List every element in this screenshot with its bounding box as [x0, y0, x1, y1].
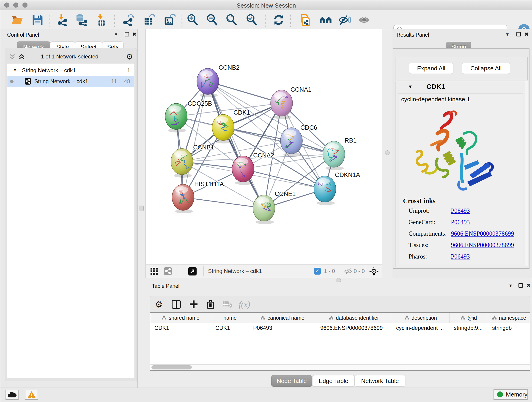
network-edge-CCNB2-HIST1H1A[interactable]	[183, 81, 208, 197]
panel-float-icon[interactable]	[516, 32, 521, 36]
import-table-file-icon[interactable]	[94, 13, 108, 27]
network-edge-HIST1H1A-CCNE1[interactable]	[183, 197, 264, 208]
table-cell: 9606.ENSP00000378699	[316, 323, 392, 333]
network-row-selected[interactable]: String Network – cdk1 11 48	[7, 76, 134, 87]
function-builder-icon[interactable]: f(x)	[239, 298, 250, 310]
entry-collapse-icon[interactable]: ▼	[408, 84, 413, 89]
control-panel: Control Panel ▾ ✖ Network Style Select S…	[0, 29, 138, 388]
delete-column-icon[interactable]	[205, 298, 216, 310]
export-image-icon[interactable]	[163, 13, 176, 27]
gear-icon[interactable]: ⚙	[126, 52, 133, 61]
cloud-icon	[7, 391, 17, 398]
network-list-container: 1 of 1 Network selected ⚙ ▼ String Netwo…	[5, 48, 137, 381]
network-node-CDC25B[interactable]: CDC25B	[165, 100, 212, 133]
crosslink-pharos[interactable]: P06493	[451, 253, 470, 260]
network-node-CCNA1[interactable]: CCNA1	[271, 86, 312, 119]
import-network-database-icon[interactable]	[74, 13, 88, 27]
table-row[interactable]: CDK1CDK1P064939606.ENSP00000378699cyclin…	[150, 323, 530, 333]
table-cell: stringdb	[488, 323, 530, 333]
results-panel-title: Results Panel	[397, 32, 429, 38]
column-header-name[interactable]: name	[211, 313, 249, 323]
grid-view-icon[interactable]	[150, 268, 158, 275]
copy-network-view-icon[interactable]	[298, 13, 312, 27]
collapse-all-icon[interactable]	[9, 53, 16, 60]
save-session-icon[interactable]	[31, 13, 44, 27]
panel-close-icon[interactable]: ✖	[525, 32, 529, 37]
results-panel: Results Panel ▾ ✖ String Expand All Coll…	[393, 29, 532, 278]
memory-label: Memory	[506, 391, 527, 398]
crosslink-genecard[interactable]: P06493	[451, 219, 470, 226]
network-node-CDKN1A[interactable]: CDKN1A	[314, 172, 360, 205]
memory-button[interactable]: Memory	[494, 389, 528, 400]
panel-close-icon[interactable]: ✖	[526, 283, 531, 288]
open-session-icon[interactable]	[11, 13, 24, 27]
crosslink-uniprot[interactable]: P06493	[451, 207, 470, 214]
column-header-description[interactable]: description	[392, 313, 450, 323]
network-node-CCNE1[interactable]: CCNE1	[253, 191, 296, 224]
network-node-CCNB2[interactable]: CCNB2	[197, 64, 240, 97]
crosslink-tissues[interactable]: 9606.ENSP00000378699	[451, 242, 514, 249]
table-gear-icon[interactable]: ⚙	[153, 298, 165, 310]
panel-float-icon[interactable]	[125, 32, 129, 36]
panel-menu-icon[interactable]: ▾	[506, 32, 509, 37]
panel-menu-icon[interactable]: ▾	[115, 32, 117, 37]
table-toolbar: ⚙ f(x)	[150, 296, 530, 313]
delete-table-icon[interactable]	[222, 298, 234, 310]
column-header-canonical-name[interactable]: canonical name	[249, 313, 316, 323]
birds-eye-view-icon[interactable]	[188, 267, 196, 275]
expand-all-icon[interactable]	[18, 53, 25, 60]
tab-edge-table[interactable]: Edge Table	[312, 375, 355, 387]
network-node-CCNB1[interactable]: CCNB1	[171, 144, 214, 178]
table-horizontal-scrollbar[interactable]	[150, 364, 530, 370]
network-graph[interactable]: CCNB2CCNA1CDC25BCDK1CDC6RB1CCNB1CCNA2CDK…	[146, 29, 382, 265]
panel-menu-icon[interactable]: ▾	[509, 283, 512, 288]
zoom-fit-icon[interactable]	[225, 13, 238, 27]
hide-selected-eye-slash-icon[interactable]	[338, 13, 351, 27]
node-label-CDC25B: CDC25B	[188, 100, 212, 107]
window-title: Session: New Session	[0, 2, 532, 9]
import-network-file-icon[interactable]	[56, 13, 69, 27]
table-panel: Table Panel ▾ ✖ ⚙ f(x) shared namenameca…	[146, 282, 532, 388]
show-eye-icon[interactable]	[357, 13, 371, 27]
panel-float-icon[interactable]	[519, 283, 523, 288]
scrollbar-thumb[interactable]	[152, 365, 192, 370]
network-node-HIST1H1A[interactable]: HIST1H1A	[172, 181, 224, 213]
zoom-in-icon[interactable]	[186, 13, 199, 27]
column-header-database-identifier[interactable]: database identifier	[316, 313, 392, 323]
toolbar-separator	[265, 13, 266, 27]
tab-node-table[interactable]: Node Table	[271, 375, 312, 387]
create-column-icon[interactable]	[188, 298, 200, 310]
warning-button[interactable]	[25, 390, 38, 400]
network-node-RB1[interactable]: RB1	[323, 137, 357, 170]
network-collection-row[interactable]: ▼ String Network – cdk1 1	[7, 65, 134, 76]
column-header--id[interactable]: @id	[450, 313, 488, 323]
crosslink-compartments[interactable]: 9606.ENSP00000378699	[451, 230, 514, 237]
zoom-selected-icon[interactable]	[245, 13, 259, 27]
houses-icon[interactable]	[319, 13, 332, 27]
cloud-button[interactable]	[6, 390, 19, 400]
right-splitter-handle[interactable]	[385, 150, 390, 155]
export-table-icon[interactable]	[142, 13, 155, 27]
network-edge-CCNB2-CCNA1[interactable]	[208, 81, 282, 103]
left-splitter-handle[interactable]	[139, 206, 144, 211]
column-header-shared-name[interactable]: shared name	[150, 313, 211, 323]
crosshair-icon[interactable]	[369, 267, 379, 276]
network-edge-CCNB2-CCNE1[interactable]	[208, 81, 264, 208]
show-columns-icon[interactable]	[170, 298, 182, 310]
network-view-mode-icon[interactable]	[164, 267, 172, 275]
network-node-CCNA2[interactable]: CCNA2	[232, 152, 274, 185]
selected-checkbox-icon[interactable]: ✓	[314, 268, 321, 274]
expand-all-button[interactable]: Expand All	[409, 63, 453, 74]
collapse-all-button[interactable]: Collapse All	[462, 63, 510, 74]
results-scrollbar[interactable]	[525, 81, 528, 267]
zoom-out-icon[interactable]	[206, 13, 219, 27]
column-header-namespace[interactable]: namespace	[488, 313, 530, 323]
control-panel-title: Control Panel	[7, 32, 39, 38]
selected-count: 1 - 0	[324, 268, 335, 274]
crosslink-label: Pharos:	[409, 253, 427, 260]
export-network-icon[interactable]	[121, 13, 135, 27]
tab-network-table[interactable]: Network Table	[355, 375, 405, 387]
panel-close-icon[interactable]: ✖	[132, 32, 136, 37]
tree-expand-icon[interactable]: ▼	[13, 67, 17, 72]
refresh-icon[interactable]	[272, 13, 285, 27]
